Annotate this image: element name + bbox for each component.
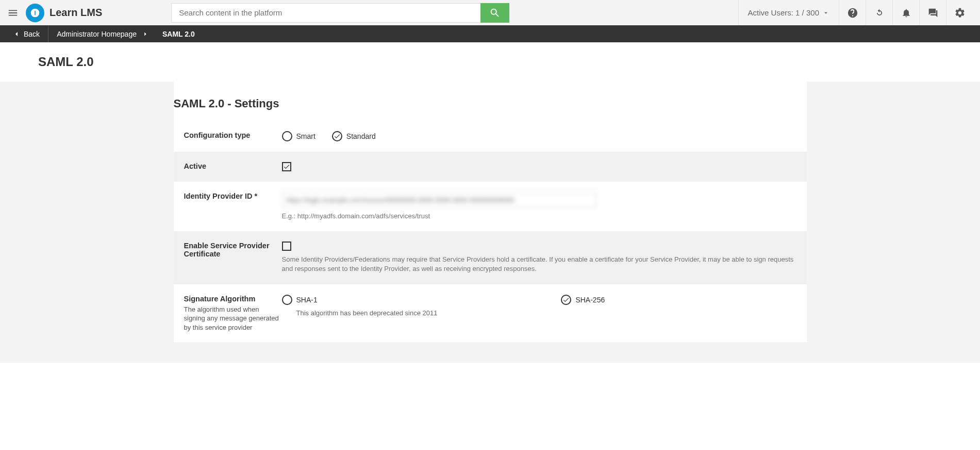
row-sig-algo: Signature Algorithm The algorithm used w… bbox=[174, 284, 807, 343]
page-title-bar: SAML 2.0 bbox=[0, 42, 980, 82]
refresh-icon[interactable] bbox=[866, 0, 892, 25]
sp-cert-label: Enable Service Provider Certificate bbox=[184, 242, 282, 258]
idp-id-example: E.g.: http://myadfs.domain.com/adfs/serv… bbox=[282, 212, 796, 221]
sig-algo-label: Signature Algorithm bbox=[184, 295, 282, 303]
radio-icon-checked bbox=[561, 295, 571, 305]
back-button[interactable]: Back bbox=[12, 25, 48, 42]
breadcrumb-admin[interactable]: Administrator Homepage bbox=[57, 30, 137, 38]
menu-icon[interactable] bbox=[7, 7, 19, 19]
logo[interactable]: Learn LMS bbox=[26, 4, 102, 22]
top-header: Learn LMS Active Users: 1 / 300 bbox=[0, 0, 980, 25]
chevron-left-icon bbox=[12, 30, 21, 38]
idp-id-label: Identity Provider ID * bbox=[184, 192, 282, 200]
page-title: SAML 2.0 bbox=[38, 55, 980, 69]
header-right: Active Users: 1 / 300 bbox=[738, 0, 973, 25]
radio-standard[interactable]: Standard bbox=[332, 131, 376, 141]
chat-icon[interactable] bbox=[919, 0, 946, 25]
active-checkbox[interactable] bbox=[282, 162, 291, 171]
chevron-right-icon bbox=[142, 30, 149, 38]
notifications-icon[interactable] bbox=[892, 0, 919, 25]
row-idp-id: Identity Provider ID * E.g.: http://myad… bbox=[174, 182, 807, 231]
row-sp-cert: Enable Service Provider Certificate Some… bbox=[174, 231, 807, 284]
row-config-type: Configuration type Smart Standard bbox=[174, 121, 807, 152]
radio-sha256-label: SHA-256 bbox=[575, 296, 605, 304]
breadcrumb: Back Administrator Homepage SAML 2.0 bbox=[0, 25, 980, 42]
idp-id-input[interactable] bbox=[282, 192, 596, 207]
radio-smart-label: Smart bbox=[296, 132, 315, 140]
logo-text: Learn LMS bbox=[49, 7, 102, 19]
radio-icon-unchecked bbox=[282, 295, 292, 305]
search-icon bbox=[489, 7, 501, 19]
active-users-label: Active Users: 1 / 300 bbox=[748, 8, 819, 17]
check-icon bbox=[283, 163, 290, 170]
search-input[interactable] bbox=[171, 3, 480, 23]
active-users-dropdown[interactable]: Active Users: 1 / 300 bbox=[738, 0, 839, 25]
radio-smart[interactable]: Smart bbox=[282, 131, 315, 141]
gear-icon[interactable] bbox=[946, 0, 973, 25]
active-label: Active bbox=[184, 162, 282, 170]
main-content: SAML 2.0 - Settings Configuration type S… bbox=[0, 82, 980, 363]
radio-icon-checked bbox=[332, 131, 342, 141]
section-title: SAML 2.0 - Settings bbox=[174, 82, 807, 121]
settings-panel: SAML 2.0 - Settings Configuration type S… bbox=[174, 82, 807, 342]
row-active: Active bbox=[174, 152, 807, 182]
breadcrumb-current: SAML 2.0 bbox=[162, 30, 195, 38]
sp-cert-checkbox[interactable] bbox=[282, 242, 291, 251]
sig-algo-help: The algorithm used when signing any mess… bbox=[184, 305, 282, 332]
logo-icon bbox=[26, 4, 44, 22]
radio-sha1[interactable]: SHA-1 bbox=[282, 295, 438, 305]
sp-cert-help: Some Identity Providers/Federations may … bbox=[282, 255, 796, 274]
search-button[interactable] bbox=[480, 3, 509, 23]
chevron-down-icon bbox=[822, 9, 829, 17]
search bbox=[171, 3, 509, 23]
radio-sha1-label: SHA-1 bbox=[296, 296, 318, 304]
sha1-deprecated-note: This algorithm has been deprecated since… bbox=[296, 309, 438, 317]
radio-standard-label: Standard bbox=[346, 132, 376, 140]
back-label: Back bbox=[24, 30, 40, 38]
config-type-label: Configuration type bbox=[184, 131, 282, 139]
help-icon[interactable] bbox=[839, 0, 866, 25]
radio-icon-unchecked bbox=[282, 131, 292, 141]
radio-sha256[interactable]: SHA-256 bbox=[561, 295, 605, 305]
